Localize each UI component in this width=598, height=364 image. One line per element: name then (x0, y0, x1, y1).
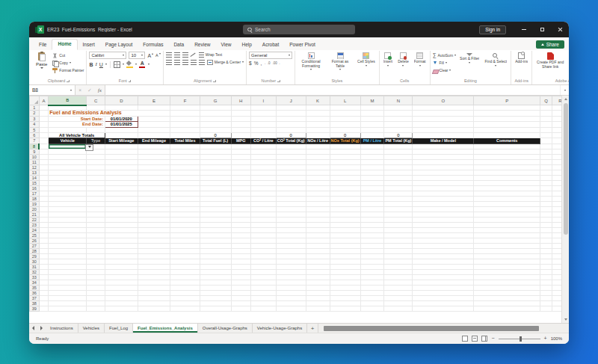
cell-K39[interactable] (306, 306, 330, 311)
cell-L28[interactable] (330, 248, 360, 253)
cell-D16[interactable] (105, 185, 138, 191)
cell-G20[interactable] (200, 206, 231, 212)
cell-J4[interactable] (276, 122, 306, 128)
cell-B14[interactable] (49, 175, 87, 180)
wrap-text-button[interactable]: Wrap Text (199, 52, 222, 58)
cell-I16[interactable] (250, 185, 276, 191)
cell-M7[interactable]: PM / Litre (360, 138, 384, 144)
cell-I18[interactable] (250, 196, 276, 201)
fill-color-button[interactable] (126, 61, 133, 68)
cell-A27[interactable] (39, 243, 49, 248)
cell-I21[interactable] (250, 212, 276, 217)
cell-P1[interactable] (474, 105, 540, 111)
cell-A5[interactable] (39, 127, 49, 132)
sheet-tab-overall-usage-graphs[interactable]: Overall-Usage-Graphs (198, 324, 253, 333)
cell-M11[interactable] (360, 159, 384, 164)
cell-E24[interactable] (138, 227, 170, 232)
close-button[interactable] (551, 22, 569, 37)
cell-E13[interactable] (138, 170, 170, 175)
cell-M13[interactable] (360, 170, 384, 175)
cell-C26[interactable] (87, 238, 105, 243)
cell-K24[interactable] (306, 227, 330, 232)
cell-D32[interactable] (105, 269, 138, 274)
cell-N18[interactable] (384, 196, 413, 201)
row-header-3[interactable]: 3 (30, 116, 40, 122)
cell-A32[interactable] (39, 269, 49, 274)
cell-O15[interactable] (413, 180, 474, 185)
percent-style-button[interactable]: % (254, 61, 259, 67)
cell-M1[interactable] (360, 105, 384, 111)
cell-A34[interactable] (39, 280, 49, 285)
cell-P13[interactable] (474, 170, 540, 175)
cell-G11[interactable] (200, 159, 231, 164)
cell-B20[interactable] (49, 206, 87, 212)
cell-J19[interactable] (276, 201, 306, 206)
cell-Q22[interactable] (540, 217, 552, 222)
cell-C38[interactable] (87, 300, 105, 306)
alignment-dialog-launcher-icon[interactable] (213, 80, 216, 83)
cell-N23[interactable] (384, 222, 413, 227)
cell-F13[interactable] (170, 170, 200, 175)
cell-O35[interactable] (413, 285, 474, 290)
cell-P37[interactable] (474, 295, 540, 300)
cell-A15[interactable] (39, 180, 49, 185)
cell-H34[interactable] (231, 280, 250, 285)
cell-N25[interactable] (384, 232, 413, 238)
cell-F14[interactable] (170, 175, 200, 180)
normal-view-button[interactable] (462, 336, 468, 342)
cell-I1[interactable] (250, 105, 276, 111)
cell-J39[interactable] (276, 306, 306, 311)
cell-Q12[interactable] (540, 164, 552, 170)
cell-P6[interactable] (474, 132, 540, 138)
cell-F26[interactable] (170, 238, 200, 243)
cell-H21[interactable] (231, 212, 250, 217)
cell-K20[interactable] (306, 206, 330, 212)
cell-J2[interactable] (276, 111, 306, 117)
row-header-16[interactable]: 16 (30, 185, 40, 191)
cell-A12[interactable] (39, 164, 49, 170)
cell-O5[interactable] (413, 127, 474, 132)
create-pdf-share-link-button[interactable]: Create PDF and Share link (534, 52, 566, 70)
cell-G12[interactable] (200, 164, 231, 170)
cell-N10[interactable] (384, 154, 413, 159)
cell-N28[interactable] (384, 248, 413, 253)
cell-D33[interactable] (105, 274, 138, 280)
cell-I3[interactable] (250, 116, 276, 122)
cell-C29[interactable] (87, 253, 105, 259)
cell-L31[interactable] (330, 264, 360, 269)
sheet-tab-fuel-emissions-analysis[interactable]: Fuel_Emissions_Analysis (133, 324, 198, 333)
cell-M2[interactable] (360, 111, 384, 117)
cell-D30[interactable] (105, 259, 138, 264)
row-header-5[interactable]: 5 (30, 127, 40, 132)
column-header-E[interactable]: E (138, 96, 170, 105)
cell-B5[interactable] (49, 127, 87, 132)
cell-F1[interactable] (170, 105, 200, 111)
zoom-slider-thumb[interactable] (520, 336, 522, 342)
select-all-button[interactable] (30, 96, 40, 105)
cell-A28[interactable] (39, 248, 49, 253)
row-header-28[interactable]: 28 (30, 248, 40, 253)
cell-L23[interactable] (330, 222, 360, 227)
cell-J21[interactable] (276, 212, 306, 217)
cell-C30[interactable] (87, 259, 105, 264)
cell-O37[interactable] (413, 295, 474, 300)
cell-F35[interactable] (170, 285, 200, 290)
cell-N37[interactable] (384, 295, 413, 300)
sheet-nav-right-button[interactable] (37, 324, 46, 333)
cell-O3[interactable] (413, 116, 474, 122)
cell-D21[interactable] (105, 212, 138, 217)
cell-A39[interactable] (39, 306, 49, 311)
cell-G4[interactable] (200, 122, 231, 128)
cell-D13[interactable] (105, 170, 138, 175)
cell-M25[interactable] (360, 232, 384, 238)
cell-L13[interactable] (330, 170, 360, 175)
cell-E38[interactable] (138, 300, 170, 306)
sheet-tab-fuel-log[interactable]: Fuel_Log (105, 324, 133, 333)
zoom-in-button[interactable]: + (544, 336, 547, 342)
cell-H24[interactable] (231, 227, 250, 232)
enter-formula-icon[interactable]: ✓ (87, 87, 91, 93)
cell-C24[interactable] (87, 227, 105, 232)
cell-G39[interactable] (200, 306, 231, 311)
cell-P10[interactable] (474, 154, 540, 159)
cell-F25[interactable] (170, 232, 200, 238)
